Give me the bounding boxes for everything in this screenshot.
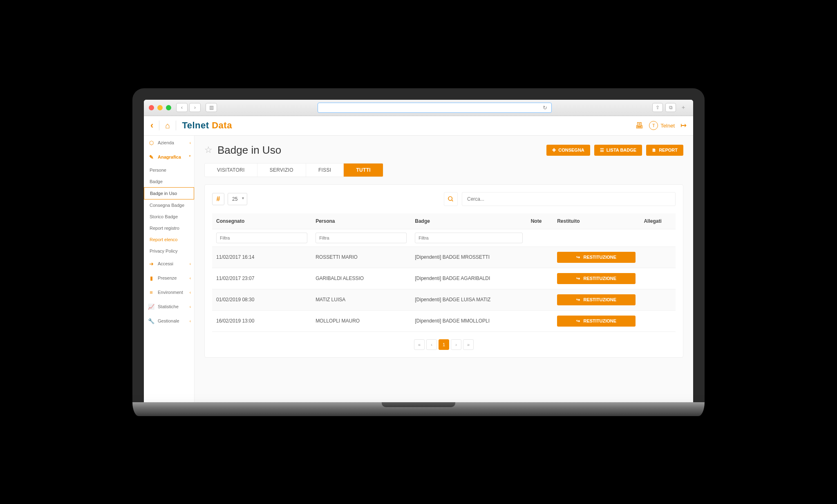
sidebar-section-accessi[interactable]: ➜Accessi‹ xyxy=(144,257,194,271)
sidebar: ⬡Azienda‹✎Anagrafica˅ PersoneBadgeBadge … xyxy=(144,136,195,402)
section-icon: ✎ xyxy=(148,154,154,160)
logout-icon[interactable]: ↦ xyxy=(680,121,687,130)
sidebar-section-anagrafica[interactable]: ✎Anagrafica˅ xyxy=(144,150,194,164)
page-title: Badge in Uso xyxy=(217,144,281,157)
return-icon: ↪ xyxy=(576,255,580,260)
close-window-icon[interactable] xyxy=(149,105,154,110)
column-header: Consegnato xyxy=(212,213,311,229)
favorite-star-icon[interactable]: ☆ xyxy=(204,145,213,155)
app-header: ‹ ⌂ Telnet Data 🖶 T Telnet ↦ xyxy=(144,116,693,136)
button-icon: 🗎 xyxy=(652,148,656,152)
sidebar-item-report-elenco[interactable]: Report elenco xyxy=(144,234,194,245)
section-icon: ≡ xyxy=(148,289,154,296)
chevron-icon: ˅ xyxy=(189,155,191,159)
button-icon: ✚ xyxy=(552,148,556,153)
chevron-icon: ‹ xyxy=(190,290,191,295)
lista-badge-button[interactable]: ☰LISTA BADGE xyxy=(594,145,642,156)
filter-input[interactable] xyxy=(415,233,522,243)
main-content: ☆ Badge in Uso ✚CONSEGNA☰LISTA BADGE🗎REP… xyxy=(195,136,693,402)
sidebar-item-storico-badge[interactable]: Storico Badge xyxy=(144,211,194,222)
chevron-icon: ‹ xyxy=(190,305,191,309)
section-icon: ▮ xyxy=(148,275,154,281)
svg-point-0 xyxy=(448,197,452,200)
address-bar[interactable]: ↻ xyxy=(318,103,552,113)
page-first[interactable]: « xyxy=(414,339,425,350)
sidebar-section-statistiche[interactable]: 📈Statistiche‹ xyxy=(144,300,194,314)
column-header: Persona xyxy=(311,213,411,229)
badge-table: ConsegnatoPersonaBadgeNoteRestituitoAlle… xyxy=(212,213,676,332)
tab-servizio[interactable]: SERVIZIO xyxy=(257,164,306,177)
section-icon: 📈 xyxy=(148,304,154,310)
sidebar-item-consegna-badge[interactable]: Consegna Badge xyxy=(144,199,194,211)
data-card: # 25 xyxy=(204,184,683,358)
column-header: Restituito xyxy=(553,213,640,229)
share-button[interactable]: ⇪ xyxy=(652,103,663,112)
page-next[interactable]: › xyxy=(451,339,461,350)
sidebar-section-environment[interactable]: ≡Environment‹ xyxy=(144,285,194,300)
tabs-button[interactable]: ⧉ xyxy=(665,103,676,112)
sidebar-item-persone[interactable]: Persone xyxy=(144,164,194,176)
sidebar-item-report-registro[interactable]: Report registro xyxy=(144,222,194,234)
table-row: 11/02/2017 16:14ROSSETTI MARIO[Dipendent… xyxy=(212,246,676,268)
sidebar-section-azienda[interactable]: ⬡Azienda‹ xyxy=(144,136,194,150)
sidebar-section-gestionale[interactable]: 🔧Gestionale‹ xyxy=(144,314,194,328)
consegna-button[interactable]: ✚CONSEGNA xyxy=(546,145,590,156)
column-header: Badge xyxy=(411,213,526,229)
restituzione-button[interactable]: ↪RESTITUZIONE xyxy=(557,316,636,327)
sidebar-item-privacy-policy[interactable]: Privacy Policy xyxy=(144,245,194,257)
tab-visitatori[interactable]: VISITATORI xyxy=(205,164,257,177)
reload-icon[interactable]: ↻ xyxy=(543,105,547,111)
page-last[interactable]: » xyxy=(463,339,474,350)
table-row: 11/02/2017 23:07GARIBALDI ALESSIO[Dipend… xyxy=(212,268,676,289)
column-header: Allegati xyxy=(640,213,676,229)
section-icon: 🔧 xyxy=(148,318,154,324)
column-header: Note xyxy=(527,213,553,229)
chevron-icon: ‹ xyxy=(190,319,191,323)
header-back-icon[interactable]: ‹ xyxy=(150,120,153,131)
app-logo: Telnet Data xyxy=(182,120,232,131)
page-prev[interactable]: ‹ xyxy=(426,339,437,350)
filter-input[interactable] xyxy=(316,233,407,243)
home-icon[interactable]: ⌂ xyxy=(165,121,170,130)
search-input[interactable] xyxy=(462,192,676,206)
filter-input[interactable] xyxy=(216,233,307,243)
nav-forward-button[interactable]: › xyxy=(189,103,201,112)
user-label: Telnet xyxy=(660,123,675,129)
restituzione-button[interactable]: ↪RESTITUZIONE xyxy=(557,294,636,305)
return-icon: ↪ xyxy=(576,297,580,302)
pagination: « ‹ 1 › » xyxy=(212,339,676,350)
restituzione-button[interactable]: ↪RESTITUZIONE xyxy=(557,273,636,284)
chevron-icon: ‹ xyxy=(190,262,191,266)
chevron-icon: ‹ xyxy=(190,276,191,280)
tab-tutti[interactable]: TUTTI xyxy=(344,164,383,177)
per-page-icon: # xyxy=(212,193,224,205)
restituzione-button[interactable]: ↪RESTITUZIONE xyxy=(557,252,636,263)
section-icon: ➜ xyxy=(148,261,154,267)
section-icon: ⬡ xyxy=(148,140,154,146)
print-icon[interactable]: 🖶 xyxy=(635,121,643,130)
table-row: 01/02/2019 08:30MATIZ LUISA[Dipendenti] … xyxy=(212,289,676,310)
button-icon: ☰ xyxy=(600,148,604,153)
nav-back-button[interactable]: ‹ xyxy=(176,103,188,112)
chevron-icon: ‹ xyxy=(190,141,191,145)
sidebar-section-presenze[interactable]: ▮Presenze‹ xyxy=(144,271,194,285)
new-tab-button[interactable]: ＋ xyxy=(678,104,688,111)
report-button[interactable]: 🗎REPORT xyxy=(646,145,683,156)
browser-toolbar: ‹ › ▥ ↻ ⇪ ⧉ ＋ xyxy=(144,100,693,116)
return-icon: ↪ xyxy=(576,276,580,281)
sidebar-item-badge-in-uso[interactable]: Badge in Uso xyxy=(144,187,194,199)
window-controls xyxy=(149,105,171,110)
svg-line-1 xyxy=(452,200,453,201)
tab-fissi[interactable]: FISSI xyxy=(306,164,344,177)
sidebar-item-badge[interactable]: Badge xyxy=(144,176,194,187)
tabs-bar: VISITATORISERVIZIOFISSITUTTI xyxy=(204,163,383,177)
sidebar-toggle-button[interactable]: ▥ xyxy=(206,103,217,112)
user-avatar-icon: T xyxy=(649,121,658,130)
maximize-window-icon[interactable] xyxy=(166,105,171,110)
user-menu[interactable]: T Telnet xyxy=(649,121,675,130)
page-current[interactable]: 1 xyxy=(439,339,449,350)
per-page-select[interactable]: 25 xyxy=(228,193,247,205)
return-icon: ↪ xyxy=(576,318,580,324)
minimize-window-icon[interactable] xyxy=(157,105,163,110)
table-row: 16/02/2019 13:00MOLLOPLI MAURO[Dipendent… xyxy=(212,310,676,332)
